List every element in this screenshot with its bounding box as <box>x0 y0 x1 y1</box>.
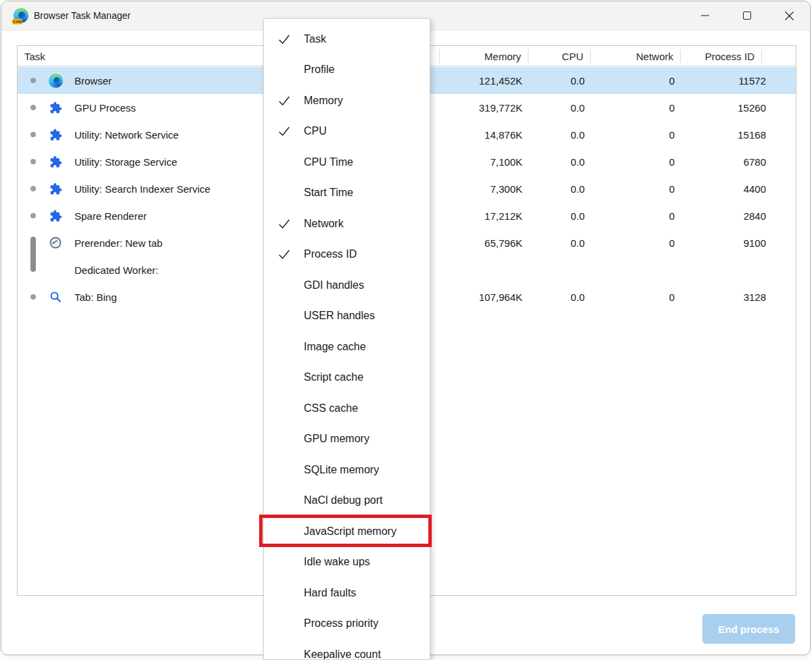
process-id-value: 11572 <box>685 67 771 94</box>
menu-item-css-cache[interactable]: CSS cache <box>264 393 430 424</box>
extension-puzzle-icon <box>48 154 63 169</box>
status-dot <box>30 78 36 83</box>
status-dot <box>30 159 36 164</box>
network-value: 0 <box>604 283 680 310</box>
menu-item-user-handles[interactable]: USER handles <box>264 301 430 332</box>
canary-badge: CAN <box>12 19 22 24</box>
menu-item-label: Process priority <box>304 617 378 630</box>
close-button[interactable] <box>768 1 810 30</box>
menu-item-label: GDI handles <box>304 279 364 291</box>
checkmark-icon <box>277 555 297 569</box>
task-name: Prerender: New tab <box>74 229 162 256</box>
network-value: 0 <box>604 121 680 148</box>
menu-item-label: SQLite memory <box>304 464 379 476</box>
menu-item-memory[interactable]: Memory <box>264 85 430 116</box>
checkmark-icon <box>277 370 297 385</box>
menu-item-label: Script cache <box>304 371 363 383</box>
checkmark-icon <box>277 339 297 354</box>
menu-item-label: Process ID <box>304 248 357 260</box>
window-controls <box>684 1 810 30</box>
menu-item-script-cache[interactable]: Script cache <box>264 362 430 394</box>
process-id-value: 9100 <box>685 229 771 256</box>
menu-item-label: Memory <box>304 95 343 107</box>
menu-item-network[interactable]: Network <box>264 208 430 239</box>
menu-item-label: Start Time <box>304 187 353 199</box>
menu-item-label: NaCl debug port <box>304 494 383 506</box>
close-icon <box>785 11 794 20</box>
menu-item-label: Task <box>304 33 326 45</box>
cpu-value <box>539 256 590 283</box>
task-name: GPU Process <box>74 94 136 121</box>
menu-item-process-priority[interactable]: Process priority <box>264 609 430 640</box>
process-id-value: 3128 <box>685 283 771 310</box>
menu-item-keepalive-count[interactable]: Keepalive count <box>264 639 430 660</box>
cpu-value: 0.0 <box>539 283 590 310</box>
task-name: Spare Renderer <box>74 202 147 229</box>
column-header-process-id[interactable]: Process ID <box>680 46 761 66</box>
maximize-button[interactable] <box>726 1 768 30</box>
extension-puzzle-icon <box>48 127 63 142</box>
network-value: 0 <box>604 175 680 202</box>
status-dot <box>30 105 36 110</box>
menu-item-start-time[interactable]: Start Time <box>264 178 430 209</box>
extension-puzzle-icon <box>48 100 63 115</box>
column-header-network[interactable]: Network <box>590 46 680 66</box>
minimize-button[interactable] <box>684 1 726 30</box>
task-name: Utility: Search Indexer Service <box>74 175 210 202</box>
menu-item-label: CSS cache <box>304 402 358 415</box>
menu-item-cpu[interactable]: CPU <box>264 116 430 147</box>
menu-item-label: CPU Time <box>304 156 353 168</box>
checkmark-icon <box>277 586 297 600</box>
process-id-value: 4400 <box>685 175 771 202</box>
menu-item-sqlite-memory[interactable]: SQLite memory <box>264 454 430 486</box>
menu-item-label: CPU <box>304 125 327 137</box>
checkmark-icon <box>277 401 297 416</box>
end-process-button[interactable]: End process <box>702 614 795 644</box>
menu-item-image-cache[interactable]: Image cache <box>264 331 430 362</box>
checkmark-icon <box>277 32 297 47</box>
menu-item-cpu-time[interactable]: CPU Time <box>264 147 430 178</box>
extension-puzzle-icon <box>48 181 63 196</box>
checkmark-icon <box>277 124 297 139</box>
menu-item-javascript-memory[interactable]: JavaScript memory <box>264 516 430 547</box>
process-id-value: 2840 <box>685 202 771 229</box>
checkmark-icon <box>277 278 297 293</box>
menu-item-label: GPU memory <box>304 433 369 445</box>
network-value: 0 <box>604 94 680 121</box>
menu-item-profile[interactable]: Profile <box>264 55 430 86</box>
menu-item-gpu-memory[interactable]: GPU memory <box>264 424 430 455</box>
menu-item-label: Image cache <box>304 341 366 353</box>
column-header-cpu[interactable]: CPU <box>528 46 590 66</box>
menu-item-label: Profile <box>304 64 334 76</box>
menu-item-process-id[interactable]: Process ID <box>264 239 430 270</box>
menu-item-gdi-handles[interactable]: GDI handles <box>264 270 430 301</box>
checkmark-icon <box>277 155 297 170</box>
checkmark-icon <box>277 62 297 77</box>
cpu-value: 0.0 <box>539 148 590 175</box>
task-name: Dedicated Worker: <box>74 256 158 283</box>
menu-item-task[interactable]: Task <box>264 24 430 55</box>
checkmark-icon <box>277 616 297 631</box>
status-dot <box>30 186 36 191</box>
menu-item-hard-faults[interactable]: Hard faults <box>264 578 430 609</box>
search-icon <box>48 289 63 304</box>
minimize-icon <box>701 11 709 20</box>
column-header-task[interactable]: Task <box>24 46 45 66</box>
column-header-memory[interactable]: Memory <box>439 46 528 66</box>
checkmark-icon <box>277 647 297 660</box>
menu-item-label: Idle wake ups <box>304 556 370 568</box>
menu-item-nacl-debug-port[interactable]: NaCl debug port <box>264 486 430 517</box>
menu-item-label: Network <box>304 218 344 230</box>
extension-puzzle-icon <box>48 208 63 223</box>
edge-canary-app-icon: CAN <box>14 8 28 23</box>
task-name: Utility: Network Service <box>74 121 179 148</box>
menu-item-idle-wake-ups[interactable]: Idle wake ups <box>264 547 430 578</box>
network-value: 0 <box>604 148 680 175</box>
cpu-value: 0.0 <box>539 67 590 94</box>
network-value: 0 <box>604 67 680 94</box>
process-id-value: 15260 <box>685 94 771 121</box>
process-id-value: 6780 <box>685 148 771 175</box>
checkmark-icon <box>277 431 297 446</box>
checkmark-icon <box>277 463 297 477</box>
checkmark-icon <box>277 185 297 200</box>
